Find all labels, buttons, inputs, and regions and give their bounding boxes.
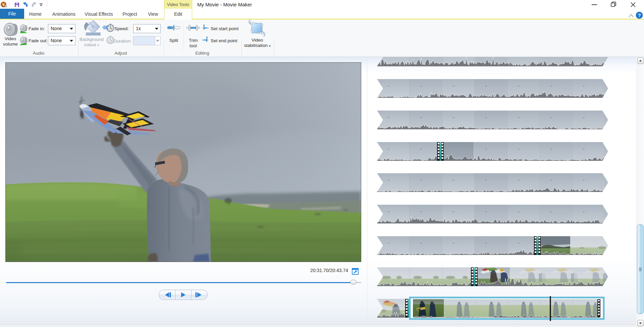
svg-text:?: ? [638, 12, 641, 18]
